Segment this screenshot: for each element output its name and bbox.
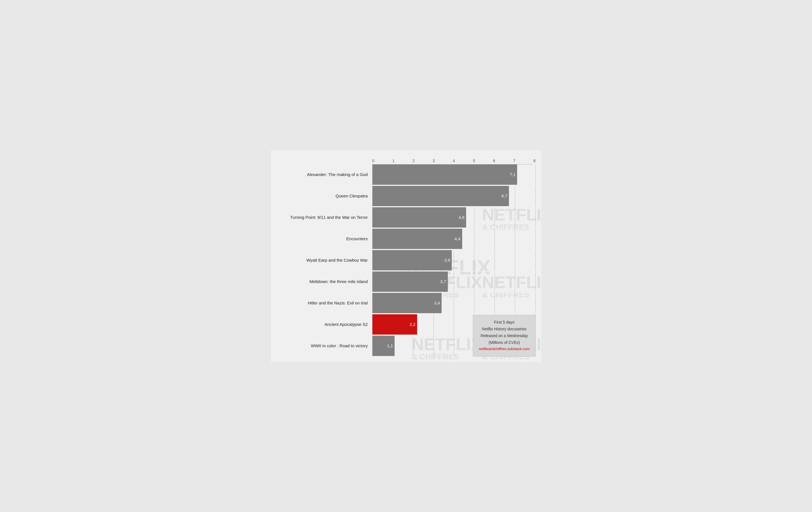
bar-label: WWII in color : Road to victory [277, 343, 372, 348]
legend-line3: Released on a Wednesday [479, 333, 529, 339]
bar-wrapper: 7,1 [372, 165, 536, 185]
bar-value-label: 3,9 [444, 258, 450, 262]
x-label-8: 8 [533, 159, 536, 163]
bar-label: Hitler and the Nazis: Evil on trial [277, 301, 372, 305]
bar-row: Turning Point: 9/11 and the War on Terro… [277, 207, 533, 228]
bar-wrapper: 4,6 [372, 207, 536, 228]
bar-value-label: 1,1 [387, 343, 393, 348]
bar-row: Hitler and the Nazis: Evil on trial3,4 [277, 293, 533, 313]
legend-line4: (Millions of CVEs) [479, 339, 529, 346]
bar-value-label: 3,7 [440, 279, 446, 284]
bar-fill: 3,4 [372, 293, 442, 313]
bar-wrapper: 3,4 [372, 293, 536, 313]
x-label-2: 2 [413, 159, 415, 163]
legend-url: netflixandchiffres.substack.com [479, 346, 529, 352]
bar-value-label: 4,4 [455, 236, 461, 241]
bar-label: Alexander: The making of a God [277, 172, 372, 177]
bar-value-label: 2,2 [409, 322, 415, 327]
bar-value-label: 6,7 [501, 194, 507, 198]
bar-wrapper: 4,4 [372, 229, 536, 249]
bar-value-label: 4,6 [459, 215, 464, 220]
bar-wrapper: 3,9 [372, 250, 536, 271]
bar-row: Meltdown: the three mile island3,7 [277, 272, 533, 292]
bar-wrapper: 6,7 [372, 186, 536, 206]
x-label-1: 1 [392, 159, 395, 163]
bar-label: Turning Point: 9/11 and the War on Terro… [277, 215, 372, 220]
x-label-5: 5 [473, 159, 475, 163]
bar-label: Encounters [277, 236, 372, 241]
bar-fill: 7,1 [372, 165, 517, 185]
bar-wrapper: 3,7 [372, 272, 536, 292]
bar-fill: 6,7 [372, 186, 509, 206]
bar-fill: 2,2 [372, 314, 417, 335]
x-label-6: 6 [493, 159, 495, 163]
bar-fill: 1,1 [372, 336, 395, 356]
bar-fill: 3,7 [372, 272, 448, 292]
legend-box: First 5 days Netflix History docuseries … [473, 315, 535, 356]
bar-fill: 4,4 [372, 229, 462, 249]
bar-row: Encounters4,4 [277, 229, 533, 249]
x-label-4: 4 [453, 159, 455, 163]
x-label-3: 3 [433, 159, 435, 163]
bar-fill: 3,9 [372, 250, 452, 271]
bar-label: Queen Cleopatra [277, 194, 372, 198]
x-label-7: 7 [513, 159, 515, 163]
bar-label: Meltdown: the three mile island [277, 279, 372, 284]
chart-container: NETFLIX & CHIFFRES NETFLIX & CHIFFRES NE… [271, 150, 541, 362]
bar-value-label: 7,1 [510, 172, 515, 177]
bar-row: Queen Cleopatra6,7 [277, 186, 533, 206]
bar-fill: 4,6 [372, 207, 466, 228]
legend-line2: Netflix History docuseries [479, 326, 529, 333]
bar-row: Alexander: The making of a God7,1 [277, 165, 533, 185]
x-label-0: 0 [372, 159, 375, 163]
bar-value-label: 3,4 [434, 301, 440, 305]
x-axis-labels: 0 1 2 3 4 5 6 7 8 [372, 159, 536, 163]
bar-row: Wyatt Earp and the Cowboy War3,9 [277, 250, 533, 271]
legend-line1: First 5 days [479, 319, 529, 326]
bar-label: Wyatt Earp and the Cowboy War [277, 258, 372, 262]
bar-label: Ancient Apocalypse S2 [277, 322, 372, 327]
